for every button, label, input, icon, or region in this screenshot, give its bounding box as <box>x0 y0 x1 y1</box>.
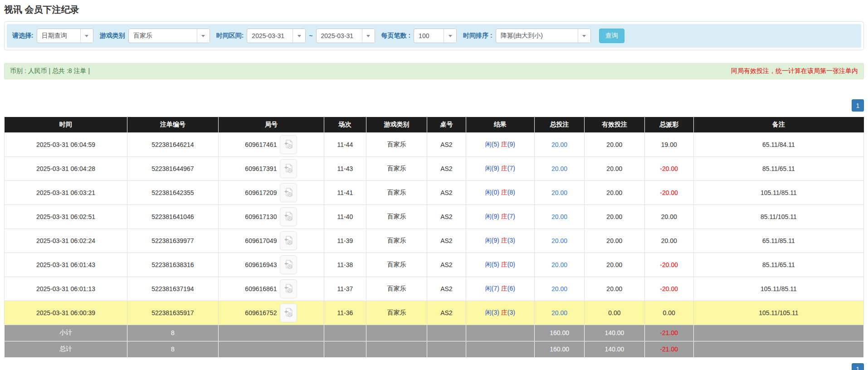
cell-session: 11-41 <box>324 180 366 204</box>
cell-result: 闲(0) 庄(8) <box>466 180 535 204</box>
result-banker: 庄(7) <box>501 165 515 172</box>
summary-cell-total-bet: 160.00 <box>535 325 585 341</box>
cell-valid-bet: 20.00 <box>585 180 645 204</box>
chevron-down-icon[interactable] <box>80 29 93 43</box>
total-bet-link[interactable]: 20.00 <box>551 189 567 196</box>
table-header-row: 时间注单编号局号场次游戏类别桌号结果总投注有效投注总派彩备注 <box>5 117 864 132</box>
column-header-session: 场次 <box>324 117 366 132</box>
total-bet-link[interactable]: 20.00 <box>551 261 567 268</box>
summary-cell-total-bet: 160.00 <box>535 341 585 357</box>
summary-cell-payout: -21.00 <box>644 325 693 341</box>
summary-cell-game <box>366 341 427 357</box>
table-row: 2025-03-31 06:01:43522381638316609616943… <box>5 253 864 277</box>
cell-round-id: 609617209 <box>218 180 324 204</box>
summary-cell-table-no <box>427 341 466 357</box>
video-replay-button[interactable] <box>280 279 297 298</box>
chevron-down-icon[interactable] <box>578 29 590 43</box>
chevron-down-icon[interactable] <box>293 29 305 43</box>
video-replay-icon <box>283 163 293 174</box>
cell-round-id: 609616861 <box>218 277 324 301</box>
cell-valid-bet: 20.00 <box>585 204 645 229</box>
cell-payout: -20.00 <box>644 156 693 180</box>
total-bet-link[interactable]: 20.00 <box>551 213 567 220</box>
round-number: 609617209 <box>245 189 277 196</box>
summary-cell-table-no <box>427 325 466 341</box>
video-replay-button[interactable] <box>280 183 297 202</box>
cell-table-no: AS2 <box>427 229 466 253</box>
game-category-value: 百家乐 <box>129 29 197 43</box>
time-order-select[interactable]: 降冪(由大到小) <box>496 29 591 43</box>
filter-group-time-order: 时间排序 : 降冪(由大到小) <box>463 29 591 43</box>
video-replay-button[interactable] <box>280 207 297 226</box>
date-to-select[interactable]: 2025-03-31 <box>316 29 375 43</box>
video-replay-button[interactable] <box>280 159 297 178</box>
cell-bet-id: 522381639977 <box>127 229 218 253</box>
table-row: 2025-03-31 06:02:51522381641046609617130… <box>5 204 864 229</box>
cell-game: 百家乐 <box>366 132 427 156</box>
result-player: 闲(5) <box>485 141 499 148</box>
total-bet-link[interactable]: 20.00 <box>551 237 567 244</box>
result-banker: 庄(6) <box>501 285 515 292</box>
page-1-button[interactable]: 1 <box>852 99 864 112</box>
cell-game: 百家乐 <box>366 204 427 229</box>
round-number: 609617049 <box>245 237 277 244</box>
table-row: 2025-03-31 06:02:24522381639977609617049… <box>5 229 864 253</box>
filter-group-query-type: 请选择: 日期查询 <box>12 29 93 43</box>
game-category-select[interactable]: 百家乐 <box>128 29 210 43</box>
result-banker: 庄(9) <box>501 141 515 148</box>
cell-remark: 85.11/65.11 <box>693 253 863 277</box>
video-replay-icon <box>283 307 293 318</box>
summary-cell-remark <box>693 325 863 341</box>
cell-game: 百家乐 <box>366 156 427 180</box>
date-from-select[interactable]: 2025-03-31 <box>247 29 306 43</box>
game-category-label: 游戏类别 <box>100 32 125 40</box>
result-banker: 庄(7) <box>501 213 515 220</box>
query-type-select[interactable]: 日期查询 <box>37 29 93 43</box>
cell-result: 闲(5) 庄(9) <box>466 132 535 156</box>
chevron-down-icon[interactable] <box>444 29 456 43</box>
cell-remark: 65.11/85.11 <box>693 229 863 253</box>
round-number: 609617461 <box>245 141 277 148</box>
video-replay-icon <box>283 235 293 246</box>
table-row: 2025-03-31 06:04:28522381644967609617391… <box>5 156 864 180</box>
round-number: 609616752 <box>245 309 277 316</box>
time-order-value: 降冪(由大到小) <box>496 29 578 43</box>
summary-cell-bet-id: 8 <box>127 325 218 341</box>
cell-total-bet: 20.00 <box>535 253 585 277</box>
column-header-table-no: 桌号 <box>427 117 466 132</box>
total-bet-link[interactable]: 20.00 <box>551 141 567 148</box>
time-range-label: 时间区间: <box>216 32 244 40</box>
cell-time: 2025-03-31 06:04:59 <box>5 132 127 156</box>
cell-remark: 105.11/85.11 <box>693 180 863 204</box>
column-header-remark: 备注 <box>693 117 863 132</box>
search-button[interactable]: 查询 <box>599 29 624 43</box>
cell-payout: -20.00 <box>644 253 693 277</box>
total-bet-link[interactable]: 20.00 <box>551 165 567 172</box>
cell-remark: 105.11/105.11 <box>693 301 863 325</box>
video-replay-button[interactable] <box>280 255 297 274</box>
cell-result: 闲(5) 庄(0) <box>466 253 535 277</box>
result-banker: 庄(0) <box>501 261 515 268</box>
video-replay-icon <box>283 139 293 150</box>
round-number: 609616861 <box>245 285 277 292</box>
cell-table-no: AS2 <box>427 301 466 325</box>
page-size-select[interactable]: 100 <box>414 29 457 43</box>
video-replay-icon <box>283 211 293 222</box>
video-replay-button[interactable] <box>280 303 297 322</box>
cell-session: 11-38 <box>324 253 366 277</box>
page-1-button[interactable]: 1 <box>852 363 864 370</box>
summary-cell-time: 小计 <box>5 325 127 341</box>
video-replay-button[interactable] <box>280 231 297 250</box>
cell-valid-bet: 20.00 <box>585 253 645 277</box>
page: 视讯 会员下注纪录 请选择: 日期查询 游戏类别 百家乐 时间区间: <box>0 4 868 370</box>
cell-result: 闲(7) 庄(6) <box>466 277 535 301</box>
cell-table-no: AS2 <box>427 132 466 156</box>
total-bet-link[interactable]: 20.00 <box>551 285 567 292</box>
video-replay-button[interactable] <box>280 135 297 154</box>
total-bet-link[interactable]: 20.00 <box>551 309 567 316</box>
cell-valid-bet: 20.00 <box>585 132 645 156</box>
cell-round-id: 609617461 <box>218 132 324 156</box>
chevron-down-icon[interactable] <box>197 29 210 43</box>
chevron-down-icon[interactable] <box>362 29 375 43</box>
subtotal-row: 小计8160.00140.00-21.00 <box>5 325 864 341</box>
